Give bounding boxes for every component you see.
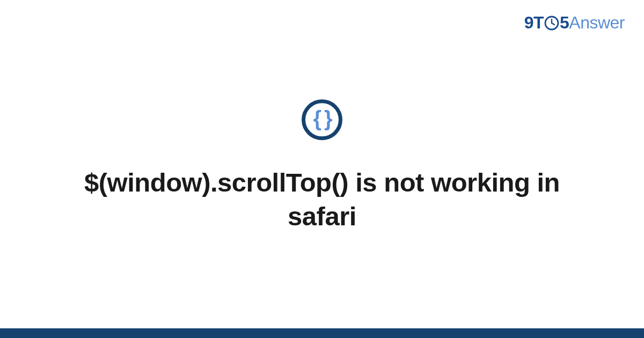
page-title: $(window).scrollTop() is not working in … <box>80 166 564 233</box>
code-braces-icon: { } <box>302 99 342 140</box>
site-logo: 9T 5 Answer <box>524 13 625 33</box>
logo-text-9t: 9T <box>524 13 544 33</box>
clock-icon <box>544 16 559 31</box>
footer-bar <box>0 328 644 338</box>
logo-text-5: 5 <box>560 13 569 33</box>
braces-glyph: { } <box>313 108 331 129</box>
main-content: { } $(window).scrollTop() is not working… <box>0 99 644 233</box>
svg-line-2 <box>552 23 554 25</box>
logo-text-answer: Answer <box>569 13 625 33</box>
